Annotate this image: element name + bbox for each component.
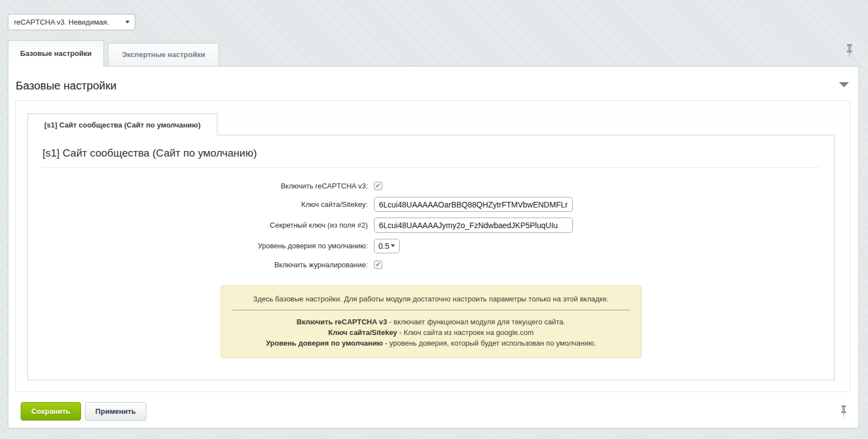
help-note: Здесь базовые настройки. Для работы моду… — [221, 285, 642, 358]
page-title: Базовые настройки — [16, 79, 116, 92]
settings-form: Включить reCAPTCHA v3: ✔ Ключ сайта/Site… — [42, 180, 819, 271]
enable-recaptcha-checkbox[interactable]: ✔ — [374, 182, 382, 190]
pin-icon-bottom[interactable] — [840, 405, 847, 419]
footer-actions: Сохранить Применить — [21, 402, 146, 421]
site-settings-box: [s1] Сайт сообщества (Сайт по умолчанию)… — [27, 135, 834, 380]
logging-label: Включить журналирование: — [42, 261, 368, 269]
form-row-enable: Включить reCAPTCHA v3: ✔ — [42, 180, 819, 192]
pin-icon-top[interactable] — [846, 44, 853, 59]
site-heading: [s1] Сайт сообщества (Сайт по умолчанию) — [42, 146, 819, 161]
check-icon: ✔ — [375, 261, 381, 268]
help-term: Ключ сайта/Sitekey — [328, 328, 397, 337]
help-item-sitekey: Ключ сайта/Sitekey - Ключ сайта из настр… — [233, 327, 630, 338]
chevron-down-icon — [125, 21, 130, 23]
form-row-secret: Секретный ключ (из поля #2) — [42, 217, 819, 233]
tab-expert-settings[interactable]: Экспертные настройки — [108, 43, 219, 67]
score-select[interactable]: 0.5 — [374, 239, 400, 253]
settings-page: reCAPTCHA v3. Невидимая. Базовые настрой… — [0, 0, 868, 439]
sitekey-input[interactable] — [374, 197, 573, 212]
sitekey-label: Ключ сайта/Sitekey: — [42, 200, 368, 209]
help-term: Включить reCAPTCHA v3 — [297, 318, 387, 326]
collapse-section-icon[interactable] — [839, 82, 849, 87]
help-divider — [233, 310, 630, 310]
chevron-down-icon — [391, 244, 395, 247]
secret-key-label: Секретный ключ (из поля #2) — [42, 221, 368, 229]
score-select-value: 0.5 — [378, 242, 389, 251]
heading-divider — [42, 167, 819, 168]
check-icon: ✔ — [375, 182, 381, 189]
form-row-score: Уровень доверия по умолчанию: 0.5 — [42, 238, 819, 254]
settings-panel: Базовые настройки [s1] Сайт сообщества (… — [8, 66, 859, 428]
secret-key-input[interactable] — [374, 218, 573, 233]
enable-recaptcha-label: Включить reCAPTCHA v3: — [42, 182, 368, 190]
form-container: [s1] Сайт сообщества (Сайт по умолчанию)… — [15, 100, 851, 392]
score-label: Уровень доверия по умолчанию: — [42, 242, 368, 250]
help-term: Уровень доверия по умолчанию — [266, 339, 383, 347]
help-desc: - включает функционал модуля для текущег… — [387, 318, 565, 326]
save-button[interactable]: Сохранить — [21, 402, 81, 421]
module-select[interactable]: reCAPTCHA v3. Невидимая. — [8, 14, 135, 30]
form-row-sitekey: Ключ сайта/Sitekey: — [42, 196, 819, 213]
apply-button[interactable]: Применить — [85, 402, 146, 421]
logging-checkbox[interactable]: ✔ — [374, 261, 382, 269]
site-tab-s1[interactable]: [s1] Сайт сообщества (Сайт по умолчанию) — [27, 114, 217, 135]
help-desc: - Ключ сайта из настроек на google.com — [397, 328, 534, 337]
form-row-logging: Включить журналирование: ✔ — [42, 258, 819, 271]
help-item-enable: Включить reCAPTCHA v3 - включает функцио… — [233, 317, 630, 327]
help-item-score: Уровень доверия по умолчанию - уровень д… — [233, 338, 630, 348]
help-intro: Здесь базовые настройки. Для работы моду… — [233, 294, 630, 304]
help-desc: - уровень доверия, который будет использ… — [383, 339, 596, 347]
module-select-value: reCAPTCHA v3. Невидимая. — [14, 18, 109, 26]
tab-basic-settings[interactable]: Базовые настройки — [8, 40, 104, 67]
